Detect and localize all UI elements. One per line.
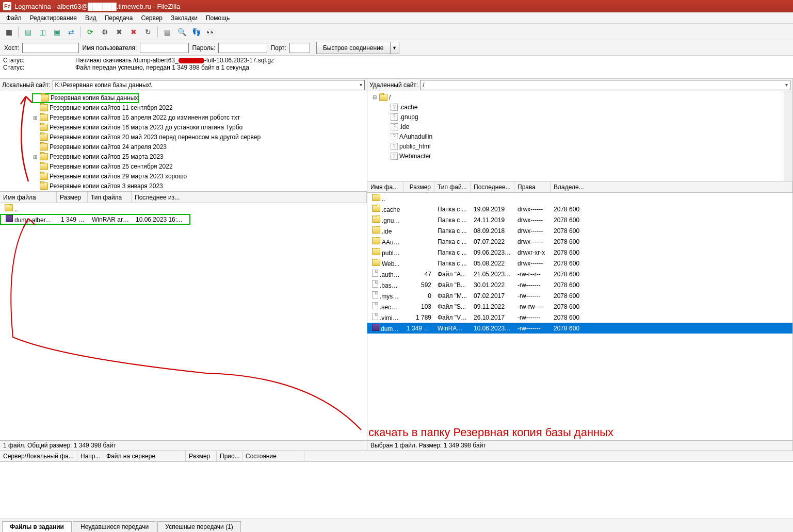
menu-view[interactable]: Вид — [81, 13, 101, 23]
file-row[interactable]: .gnupgПапка с ...24.11.2019drwx------207… — [367, 214, 792, 225]
tree-item[interactable]: ?Webmacter — [367, 151, 784, 161]
file-row[interactable]: .. — [367, 193, 792, 204]
file-row[interactable]: public...Папка с ...09.06.2023 ...drwxr-… — [367, 247, 792, 258]
tree-item[interactable]: Резервные копии сайтов 20 май 2023 перед… — [0, 132, 367, 142]
queue-col[interactable]: Файл на сервере — [103, 451, 186, 461]
user-input[interactable] — [140, 43, 189, 53]
toggle-log-icon[interactable]: ▤ — [21, 25, 35, 39]
tab-queued[interactable]: Файлы в задании — [2, 521, 72, 532]
scrollbar[interactable] — [784, 91, 792, 181]
queue-body[interactable] — [0, 462, 793, 519]
tree-item[interactable]: ?public_html — [367, 141, 784, 151]
queue-tabs: Файлы в задании Неудавшиеся передачи Усп… — [0, 519, 793, 532]
remote-tree[interactable]: ⊟/?.cache?.gnupg?.ide?AAuhadullin?public… — [367, 91, 784, 181]
sync-browse-icon[interactable]: ⇄ — [64, 25, 78, 39]
toggle-queue-icon[interactable]: ▣ — [50, 25, 63, 39]
file-row-up[interactable]: .. — [0, 203, 367, 214]
file-row[interactable]: dump-alber...1 349 398WinRAR arc...10.06… — [0, 214, 190, 225]
tab-failed[interactable]: Неудавшиеся передачи — [73, 521, 156, 532]
file-row[interactable]: .vimin...1 789Файл "VI...26.10.2017-rw--… — [367, 312, 792, 323]
window-title: Logmachina - albert63@██████.timeweb.ru … — [14, 3, 180, 10]
col-type[interactable]: Тип файла — [88, 192, 132, 203]
col-type[interactable]: Тип фай... — [434, 181, 471, 192]
col-owner[interactable]: Владеле... — [551, 181, 792, 192]
local-pane: Локальный сайт: K:\Резервная копия базы … — [0, 79, 367, 451]
tree-item[interactable]: Резервные копии сайтов 24 апреля 2023 — [0, 142, 367, 152]
quickconnect-dropdown[interactable]: ▼ — [390, 42, 399, 54]
file-row[interactable]: .bash_...592Файл "B...30.01.2022-rw-----… — [367, 279, 792, 290]
tree-item[interactable]: Резервные копии сайтов 16 марта 2023 до … — [0, 123, 367, 132]
local-tree[interactable]: Резервная копия базы данныхРезервные коп… — [0, 91, 367, 192]
tree-item[interactable]: ⊞Резервные копии сайтов 16 апреля 2022 д… — [0, 113, 367, 123]
local-path-combo[interactable]: K:\Резервная копия базы данных\ — [53, 80, 365, 90]
refresh-icon[interactable]: ⟳ — [84, 25, 97, 39]
col-perm[interactable]: Права — [514, 181, 551, 192]
menu-bookmarks[interactable]: Закладки — [167, 13, 202, 23]
folder-icon — [372, 226, 380, 234]
menu-server[interactable]: Сервер — [137, 13, 167, 23]
tree-item[interactable]: Резервные копии сайтов 11 сентября 2022 — [0, 103, 367, 113]
tree-item[interactable]: ?.gnupg — [367, 112, 784, 122]
file-row[interactable]: .authfi...47Файл "A...21.05.2023 ...-rw-… — [367, 269, 792, 279]
tree-item[interactable]: ?.ide — [367, 122, 784, 131]
col-name[interactable]: Имя файла — [0, 192, 57, 203]
filter-icon[interactable]: ▤ — [160, 25, 174, 39]
tree-item[interactable]: Резервные копии сайтов 29 марта 2023 хор… — [0, 172, 367, 181]
file-row[interactable]: Web...Папка с ...05.08.2022drwx------207… — [367, 258, 792, 269]
tree-item[interactable]: Резервные копии сайтов 25 сентября 2022 — [0, 162, 367, 172]
tree-item[interactable]: Резервная копия базы данных — [32, 93, 139, 103]
toolbar: ▦ ▤ ◫ ▣ ⇄ ⟳ ⚙ ✖ ✖ ↻ ▤ 🔍 👣 👀 — [0, 24, 793, 40]
rar-icon — [372, 324, 379, 331]
col-size[interactable]: Размер — [57, 192, 88, 203]
quickconnect-button[interactable]: Быстрое соединение — [316, 42, 391, 54]
menu-help[interactable]: Помощь — [202, 13, 234, 23]
menubar: Файл Редактирование Вид Передача Сервер … — [0, 12, 793, 24]
port-input[interactable] — [289, 43, 310, 53]
folder-icon — [40, 163, 48, 170]
file-row[interactable]: .mysql...0Файл "M...07.02.2017-rw-------… — [367, 290, 792, 301]
disconnect-icon[interactable]: ✖ — [127, 25, 140, 39]
tree-item[interactable]: ?AAuhadullin — [367, 131, 784, 141]
col-mod[interactable]: Последнее из... — [132, 192, 367, 203]
compare-icon[interactable]: 👣 — [189, 25, 203, 39]
process-queue-icon[interactable]: ⚙ — [98, 25, 111, 39]
local-filelist[interactable]: ..dump-alber...1 349 398WinRAR arc...10.… — [0, 203, 367, 440]
queue-col[interactable]: Прио... — [217, 451, 242, 461]
remote-path-combo[interactable]: / — [420, 80, 790, 90]
toggle-tree-icon[interactable]: ◫ — [36, 25, 49, 39]
remote-filelist[interactable]: ...cacheПапка с ...19.09.2019drwx------2… — [367, 193, 792, 440]
col-mod[interactable]: Последнее... — [471, 181, 514, 192]
file-row[interactable]: .cacheПапка с ...19.09.2019drwx------207… — [367, 204, 792, 214]
queue-col[interactable]: Состояние — [242, 451, 304, 461]
menu-edit[interactable]: Редактирование — [26, 13, 81, 23]
menu-file[interactable]: Файл — [2, 13, 26, 23]
site-manager-icon[interactable]: ▦ — [2, 25, 15, 39]
pass-input[interactable] — [218, 43, 267, 53]
tab-success[interactable]: Успешные передачи (1) — [157, 521, 241, 532]
reconnect-icon[interactable]: ↻ — [141, 25, 155, 39]
tree-item[interactable]: Резервные копии сайтов 3 января 2023 — [0, 181, 367, 191]
queue-col[interactable]: Размер — [186, 451, 217, 461]
search-icon[interactable]: 🔍 — [175, 25, 188, 39]
file-row[interactable]: dump...1 349 3...WinRAR ...10.06.2023 ..… — [367, 323, 792, 334]
col-size[interactable]: Размер — [403, 181, 434, 192]
titlebar: Fz Logmachina - albert63@██████.timeweb.… — [0, 0, 793, 12]
tree-item[interactable]: ⊞Резервные копии сайтов 25 марта 2023 — [0, 152, 367, 162]
tree-item[interactable]: ⊟/ — [367, 92, 784, 102]
file-row[interactable]: AAuh...Папка с ...07.07.2022drwx------20… — [367, 236, 792, 247]
file-row[interactable]: .secur...103Файл "S...09.11.2022-rw-rw--… — [367, 301, 792, 312]
quickconnect-bar: Хост: Имя пользователя: Пароль: Порт: Бы… — [0, 40, 793, 56]
queue-col[interactable]: Напр... — [77, 451, 103, 461]
file-row[interactable]: .ideПапка с ...08.09.2018drwx------2078 … — [367, 225, 792, 236]
file-icon — [372, 302, 378, 309]
remote-list-header: Имя фа... Размер Тип фай... Последнее...… — [367, 181, 792, 193]
tree-item[interactable]: ?.cache — [367, 102, 784, 112]
log-label: Статус: — [3, 64, 75, 71]
cancel-icon[interactable]: ✖ — [112, 25, 126, 39]
binoculars-icon[interactable]: 👀 — [204, 25, 217, 39]
queue-col[interactable]: Сервер/Локальный фа... — [0, 451, 77, 461]
menu-transfer[interactable]: Передача — [101, 13, 137, 23]
file-icon — [372, 313, 378, 320]
host-input[interactable] — [22, 43, 79, 53]
col-name[interactable]: Имя фа... — [367, 181, 403, 192]
